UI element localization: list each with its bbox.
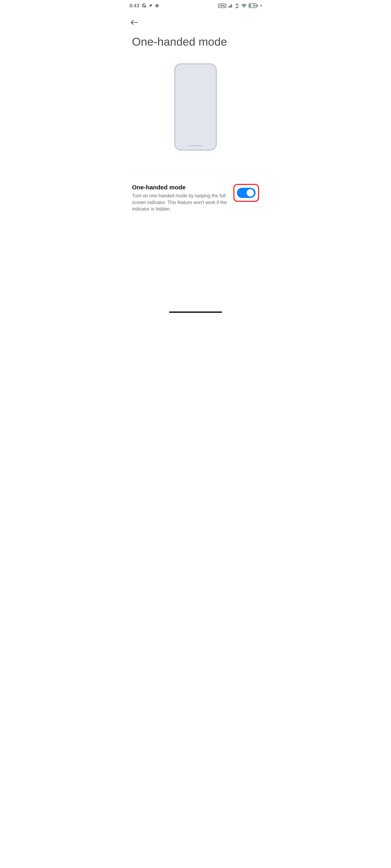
svg-rect-6 (236, 7, 236, 8)
screen-root: 8:43 VPN (122, 0, 269, 317)
illustration-area (122, 50, 269, 169)
vpn-badge: VPN (218, 4, 226, 8)
location-arrow-icon (148, 4, 152, 8)
section-divider (132, 172, 259, 172)
page-title: One-handed mode (122, 29, 269, 50)
one-handed-mode-toggle[interactable] (237, 188, 256, 198)
mobile-data-4g-icon: 4G (235, 3, 239, 8)
network-label: 4G (235, 3, 239, 6)
charging-bolt-icon (260, 4, 263, 8)
setting-title: One-handed mode (132, 184, 228, 191)
gear-icon (155, 3, 159, 8)
annotation-highlight (233, 184, 259, 202)
svg-rect-7 (237, 6, 237, 8)
app-bar (122, 11, 269, 29)
status-bar: 8:43 VPN (122, 0, 269, 11)
phone-illustration-icon (174, 63, 217, 151)
battery-percent: 20 (253, 4, 256, 7)
battery-fill (249, 4, 251, 7)
svg-rect-1 (228, 6, 229, 7)
dnd-bell-off-icon (142, 3, 146, 8)
back-button[interactable] (130, 18, 139, 27)
svg-point-9 (244, 7, 244, 7)
svg-rect-5 (235, 7, 236, 8)
status-clock: 8:43 (130, 3, 139, 8)
gesture-navigation-indicator[interactable] (169, 311, 222, 313)
svg-rect-3 (230, 5, 231, 7)
svg-rect-8 (238, 6, 238, 8)
status-left-cluster: 8:43 (130, 3, 159, 8)
status-right-cluster: VPN 4G (218, 3, 263, 8)
signal-bars-icon (228, 4, 233, 7)
battery-indicator: 20 (249, 3, 258, 8)
svg-rect-4 (231, 4, 232, 7)
setting-description: Turn on one-handed mode by swiping the f… (132, 192, 228, 212)
one-handed-mode-setting: One-handed mode Turn on one-handed mode … (122, 175, 269, 212)
wifi-icon (241, 4, 247, 8)
toggle-knob (247, 189, 254, 196)
svg-rect-2 (229, 6, 230, 7)
setting-text-block: One-handed mode Turn on one-handed mode … (132, 184, 228, 212)
